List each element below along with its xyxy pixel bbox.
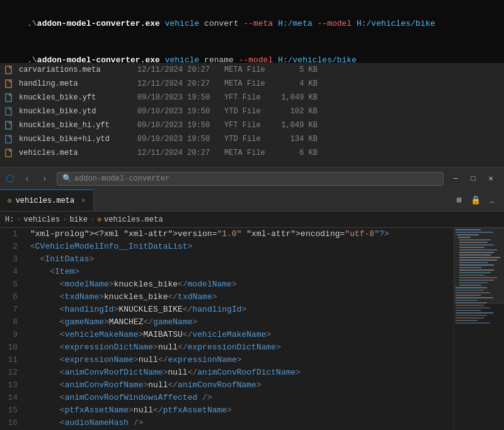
file-icon <box>5 107 14 116</box>
code-line: <audioNameHash /> <box>30 417 454 429</box>
tab-close-button[interactable]: × <box>78 196 88 206</box>
terminal-path-model-1: H:/vehicles/bike <box>352 19 435 28</box>
line-number: 16 <box>5 417 18 429</box>
tab-bar: ⊙ vehicles.meta × ⊞ 🔒 … <box>0 190 504 212</box>
file-type: META File <box>224 79 275 88</box>
line-number: 8 <box>5 316 18 329</box>
maximize-button[interactable]: □ <box>465 171 481 187</box>
file-row[interactable]: carvariations.meta 12/11/2024 20:27 META… <box>0 63 504 77</box>
svg-rect-2 <box>6 94 11 101</box>
close-button[interactable]: ✕ <box>483 171 499 187</box>
code-line: <ptfxAssetName>null</ptfxAssetName> <box>30 404 454 417</box>
svg-rect-33 <box>455 290 484 291</box>
file-name: knuckles_bike.ytd <box>19 107 132 116</box>
file-size: 5 KB <box>280 65 318 74</box>
file-type: YFT File <box>224 93 275 102</box>
terminal-panel: .\addon-model-converter.exe vehicle conv… <box>0 0 504 63</box>
breadcrumb-bike[interactable]: bike <box>69 215 88 224</box>
line-number: 1 <box>5 228 18 240</box>
line-number: 5 <box>5 278 18 291</box>
code-line: <InitDatas> <box>30 253 454 266</box>
code-line: <vehicleMakeName>MAIBATSU</vehicleMakeNa… <box>30 329 454 341</box>
file-row[interactable]: handling.meta 12/11/2024 20:27 META File… <box>0 77 504 91</box>
code-lines[interactable]: "xml-prolog"><?xml "xml-attr">version="1… <box>25 228 454 430</box>
breadcrumb: H: › vehicles › bike › ⊙ vehicles.meta <box>0 212 504 228</box>
split-editor-button[interactable]: ⊞ <box>452 193 466 207</box>
svg-rect-39 <box>455 305 484 306</box>
back-button[interactable]: ‹ <box>19 171 35 187</box>
file-icon <box>5 65 14 74</box>
tab-vehicles-meta[interactable]: ⊙ vehicles.meta × <box>0 190 94 211</box>
line-number: 12 <box>5 366 18 379</box>
file-size: 1,049 KB <box>280 121 318 130</box>
line-number: 7 <box>5 303 18 316</box>
minimize-button[interactable]: ─ <box>447 171 464 187</box>
file-icon <box>5 149 14 157</box>
forward-button[interactable]: › <box>37 171 53 187</box>
line-number: 13 <box>5 379 18 392</box>
file-name: carvariations.meta <box>19 65 132 74</box>
svg-rect-40 <box>455 307 490 308</box>
breadcrumb-sep-2: › <box>62 215 67 224</box>
svg-rect-1 <box>6 80 11 88</box>
search-text: addon-model-converter <box>74 174 169 183</box>
file-size: 6 KB <box>280 149 318 157</box>
file-type: META File <box>224 149 275 157</box>
file-icon <box>5 79 14 88</box>
code-line: <Item> <box>30 266 454 278</box>
terminal-action-2: rename <box>199 55 238 63</box>
line-number: 14 <box>5 392 18 404</box>
terminal-prompt-1: .\ <box>27 19 37 28</box>
vscode-icon: ⬡ <box>5 174 15 184</box>
file-type: YTD File <box>224 107 275 116</box>
file-name: knuckles_bike+hi.ytd <box>19 135 132 144</box>
search-bar[interactable]: 🔍 addon-model-converter <box>57 172 444 186</box>
line-number: 6 <box>5 291 18 303</box>
line-number: 2 <box>5 240 18 253</box>
terminal-path-model-2: H:/vehicles/bike <box>273 55 357 63</box>
file-name: handling.meta <box>19 79 132 88</box>
code-line: <CVehicleModelInfo__InitDataList> <box>30 240 454 253</box>
file-size: 1,049 KB <box>280 93 318 102</box>
file-row[interactable]: knuckles_bike+hi.ytd 09/10/2023 19:50 YT… <box>0 132 504 146</box>
terminal-action-1: convert <box>199 19 243 28</box>
svg-rect-38 <box>455 302 487 303</box>
code-line: <txdName>knuckles_bike</txdName> <box>30 291 454 303</box>
svg-rect-34 <box>455 292 490 293</box>
file-name: vehicles.meta <box>19 149 132 157</box>
file-row[interactable]: knuckles_bike.ytd 09/10/2023 19:50 YTD F… <box>0 105 504 118</box>
svg-rect-35 <box>455 295 481 296</box>
svg-rect-0 <box>6 66 11 74</box>
file-type: YTD File <box>224 135 275 144</box>
file-name: knuckles_bike_hi.yft <box>19 121 132 130</box>
file-size: 134 KB <box>280 135 318 144</box>
code-line: "xml-prolog"><?xml "xml-attr">version="1… <box>30 228 454 240</box>
file-date: 12/11/2024 20:27 <box>137 79 219 88</box>
file-row[interactable]: vehicles.meta 12/11/2024 20:27 META File… <box>0 146 504 160</box>
terminal-line-2: .\addon-model-converter.exe vehicle rena… <box>8 42 496 64</box>
file-name: knuckles_bike.yft <box>19 93 132 102</box>
breadcrumb-sep-1: › <box>16 215 21 224</box>
file-type: YFT File <box>224 121 275 130</box>
terminal-exe-2: addon-model-converter.exe <box>37 55 160 63</box>
tab-file-icon: ⊙ <box>8 196 12 205</box>
file-row[interactable]: knuckles_bike.yft 09/10/2023 19:50 YFT F… <box>0 91 504 105</box>
search-icon: 🔍 <box>62 174 72 183</box>
code-line: <gameName>MANCHEZ</gameName> <box>30 316 454 329</box>
file-row[interactable]: knuckles_bike_hi.yft 09/10/2023 19:50 YF… <box>0 118 504 132</box>
breadcrumb-file[interactable]: vehicles.meta <box>104 215 163 224</box>
svg-rect-36 <box>455 297 493 298</box>
file-icon <box>5 93 14 102</box>
lock-button[interactable]: 🔒 <box>469 193 483 207</box>
code-line: <expressionName>null</expressionName> <box>30 354 454 366</box>
breadcrumb-h[interactable]: H: <box>5 215 14 224</box>
terminal-flag-meta: --meta <box>244 19 273 28</box>
file-icon <box>5 121 14 130</box>
breadcrumb-file-icon: ⊙ <box>97 215 101 223</box>
file-date: 12/11/2024 20:27 <box>137 149 219 157</box>
file-date: 09/10/2023 19:50 <box>137 121 219 130</box>
minimap <box>454 228 504 430</box>
file-icon <box>5 135 14 144</box>
breadcrumb-vehicles[interactable]: vehicles <box>24 215 60 224</box>
more-actions-button[interactable]: … <box>485 193 499 207</box>
